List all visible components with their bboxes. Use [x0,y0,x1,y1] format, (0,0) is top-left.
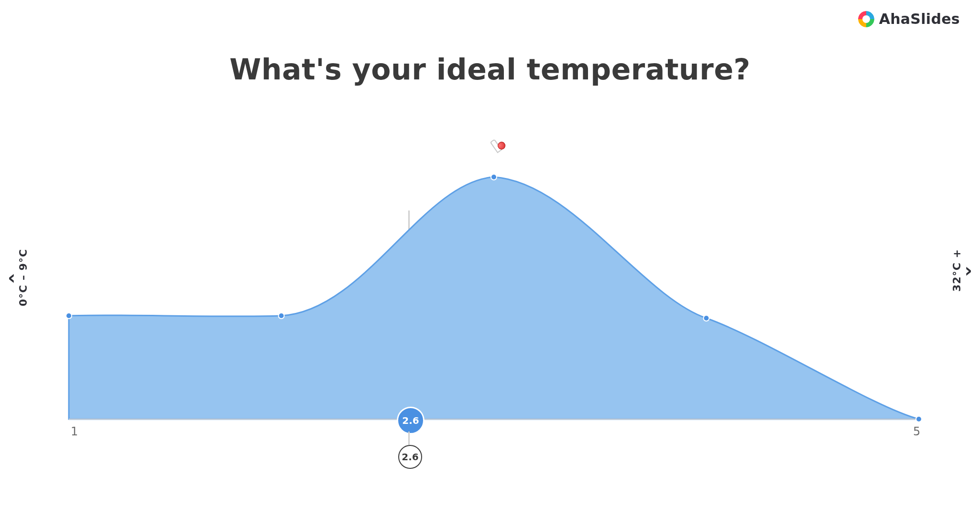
chart-area [69,177,919,419]
ahaslides-logo-icon [858,11,874,27]
svg-point-6 [916,416,922,422]
next-button[interactable]: › [965,259,972,281]
svg-point-3 [279,313,284,319]
x-tick-min: 1 [71,425,78,438]
page-title: What's your ideal temperature? [0,53,980,86]
distribution-chart [69,153,919,421]
svg-point-1 [862,15,870,23]
app-brand: AhaSlides [858,11,960,27]
svg-point-2 [66,313,72,319]
average-badge-outline: 2.6 [398,445,422,469]
prev-button[interactable]: ‹ [8,266,15,288]
brand-text: AhaSlides [879,11,960,27]
svg-point-4 [491,174,497,180]
scale-min-label: 0°C – 9°C [17,249,29,306]
average-badge: 2.6 [398,408,423,433]
svg-point-5 [704,315,709,321]
x-tick-max: 5 [913,425,920,438]
scale-max-label: 32°C + [951,249,963,292]
average-badge-stem [408,432,410,445]
